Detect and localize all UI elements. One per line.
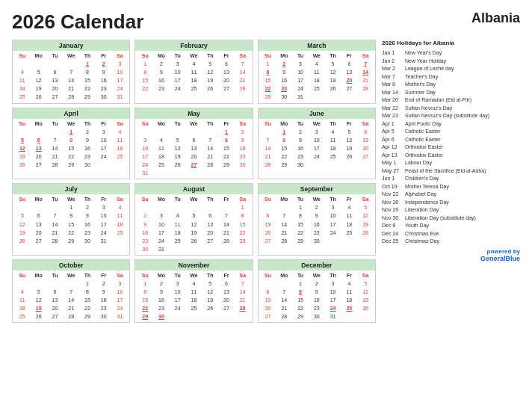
- dow-header: Mo: [31, 120, 47, 128]
- cal-cell: 15: [79, 76, 96, 84]
- cal-cell: 23: [235, 152, 251, 161]
- cal-cell: 14: [202, 144, 218, 152]
- cal-cell: 26: [14, 237, 31, 245]
- dow-header: Mo: [276, 120, 292, 128]
- month-header: April: [13, 108, 129, 119]
- cal-cell: [218, 245, 235, 253]
- cal-cell: 1: [218, 128, 235, 136]
- cal-cell: 4: [186, 279, 202, 288]
- cal-cell: 30: [153, 312, 170, 321]
- cal-cell: 29: [79, 93, 96, 101]
- cal-cell: 4: [112, 128, 129, 136]
- dow-header: Th: [325, 271, 341, 279]
- dow-header: We: [186, 271, 202, 279]
- cal-grid: SuMoTuWeThFrSa12345678910111213141516171…: [259, 119, 375, 171]
- holiday-name: League of Lezhë day: [405, 65, 454, 73]
- cal-cell: 29: [79, 312, 96, 321]
- cal-cell: 21: [357, 76, 374, 84]
- cal-cell: 6: [218, 60, 235, 68]
- cal-cell: 21: [276, 304, 292, 312]
- holiday-name: Liberation Day (substitute day): [405, 214, 476, 223]
- cal-cell: 5: [325, 60, 341, 68]
- holiday-name: Youth Day: [405, 222, 429, 230]
- dow-header: We: [186, 52, 202, 60]
- cal-cell: 18: [112, 220, 129, 229]
- month-september: SeptemberSuMoTuWeThFrSa12345678910111213…: [258, 183, 376, 256]
- dow-header: Th: [325, 52, 341, 60]
- cal-cell: 3: [153, 211, 170, 220]
- calendar-row: AprilSuMoTuWeThFrSa123456789101112131415…: [12, 108, 376, 180]
- cal-cell: [218, 169, 235, 177]
- cal-cell: 30: [79, 237, 96, 245]
- holiday-date: Apr 5: [382, 128, 403, 136]
- cal-cell: 15: [218, 144, 235, 152]
- holiday-name: Independence Day: [405, 199, 449, 207]
- month-header: November: [135, 260, 252, 271]
- holiday-date: Dec 8: [382, 222, 403, 230]
- cal-cell: 30: [137, 245, 153, 253]
- cal-cell: [96, 161, 112, 169]
- cal-cell: 10: [309, 136, 325, 144]
- dow-header: Mo: [276, 195, 292, 203]
- cal-cell: 17: [309, 144, 325, 152]
- cal-cell: 17: [112, 296, 129, 304]
- cal-cell: 9: [235, 136, 251, 144]
- cal-cell: 7: [47, 136, 64, 144]
- dow-header: Mo: [153, 271, 170, 279]
- cal-cell: 29: [235, 237, 251, 245]
- dow-header: We: [63, 195, 79, 203]
- cal-cell: 17: [137, 152, 153, 161]
- holiday-row: Mar 14Summer Day: [382, 89, 520, 97]
- cal-cell: [47, 60, 64, 68]
- cal-cell: 15: [292, 220, 309, 229]
- cal-cell: 11: [153, 144, 170, 152]
- cal-cell: 9: [309, 288, 325, 296]
- cal-cell: 28: [357, 84, 374, 93]
- cal-cell: 19: [357, 296, 374, 304]
- dow-header: Sa: [357, 120, 374, 128]
- dow-header: Fr: [96, 52, 112, 60]
- holiday-row: Mar 20End of Ramadan (Eid al-Fitr): [382, 96, 520, 105]
- dow-header: Tu: [292, 120, 309, 128]
- cal-cell: 26: [31, 312, 47, 321]
- sidebar: 2026 Holidays for Albania Jan 1New Year'…: [382, 40, 520, 404]
- month-header: March: [259, 40, 375, 51]
- cal-cell: 10: [170, 68, 186, 76]
- holiday-row: Nov 28Independence Day: [382, 199, 520, 207]
- cal-cell: 10: [112, 288, 129, 296]
- cal-cell: 21: [63, 304, 79, 312]
- cal-cell: 4: [153, 136, 170, 144]
- cal-cell: [112, 237, 129, 245]
- cal-cell: 13: [260, 220, 276, 229]
- cal-cell: 4: [170, 211, 186, 220]
- cal-cell: 29: [260, 93, 276, 101]
- holiday-row: Dec 8Youth Day: [382, 222, 520, 230]
- cal-cell: 12: [341, 136, 357, 144]
- cal-cell: 22: [260, 84, 276, 93]
- holiday-name: Christmas Day: [405, 238, 439, 246]
- dow-header: Fr: [96, 120, 112, 128]
- cal-cell: 29: [218, 161, 235, 169]
- cal-cell: 18: [14, 84, 31, 93]
- cal-cell: 3: [309, 128, 325, 136]
- dow-header: Sa: [357, 52, 374, 60]
- cal-cell: 8: [63, 136, 79, 144]
- holiday-row: Apr 6Catholic Easter: [382, 136, 520, 144]
- cal-cell: [235, 169, 251, 177]
- cal-cell: 16: [96, 296, 112, 304]
- cal-grid: SuMoTuWeThFrSa12345678910111213141516171…: [135, 51, 252, 94]
- cal-cell: 25: [14, 93, 31, 101]
- cal-cell: 17: [153, 229, 170, 237]
- cal-cell: 28: [218, 237, 235, 245]
- cal-cell: 6: [186, 136, 202, 144]
- holiday-name: Liberation Day: [405, 206, 439, 214]
- cal-cell: 28: [47, 161, 64, 169]
- cal-cell: 25: [112, 152, 129, 161]
- dow-header: We: [63, 271, 79, 279]
- cal-cell: 13: [260, 296, 276, 304]
- cal-cell: 15: [79, 296, 96, 304]
- month-october: OctoberSuMoTuWeThFrSa1234567891011121314…: [12, 259, 130, 324]
- holiday-row: Apr 1April Fools' Day: [382, 120, 520, 129]
- dow-header: Tu: [47, 195, 64, 203]
- cal-cell: 20: [47, 84, 64, 93]
